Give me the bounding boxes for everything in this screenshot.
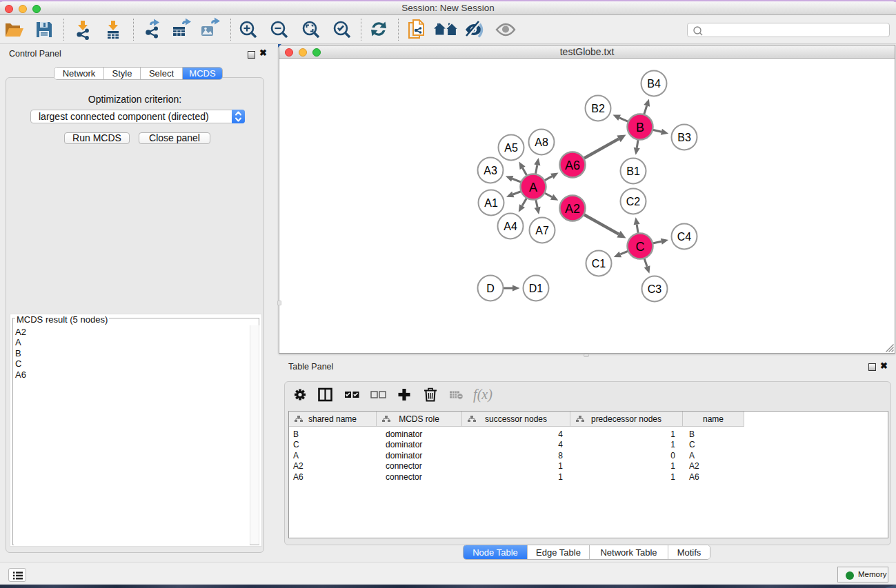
svg-text:A6: A6 [565,159,580,172]
svg-text:B1: B1 [626,165,640,177]
svg-text:A: A [529,181,537,194]
svg-text:C1: C1 [592,258,606,270]
svg-text:f(x): f(x) [473,387,492,403]
svg-text:B3: B3 [677,132,691,143]
svg-text:A5: A5 [504,142,518,154]
svg-text:C4: C4 [677,231,692,243]
svg-text:A7: A7 [535,225,549,236]
svg-text:B2: B2 [591,103,605,114]
svg-text:C2: C2 [626,196,641,207]
svg-text:A8: A8 [535,136,548,148]
svg-text:A1: A1 [484,197,498,209]
svg-text:C3: C3 [648,283,662,295]
svg-text:C: C [636,240,645,254]
svg-text:A2: A2 [565,202,580,216]
svg-text:D: D [486,283,495,294]
svg-text:B: B [636,121,644,134]
svg-text:A3: A3 [484,165,497,176]
svg-text:A4: A4 [504,221,517,232]
svg-text:B4: B4 [647,78,661,90]
svg-text:D1: D1 [529,283,544,294]
